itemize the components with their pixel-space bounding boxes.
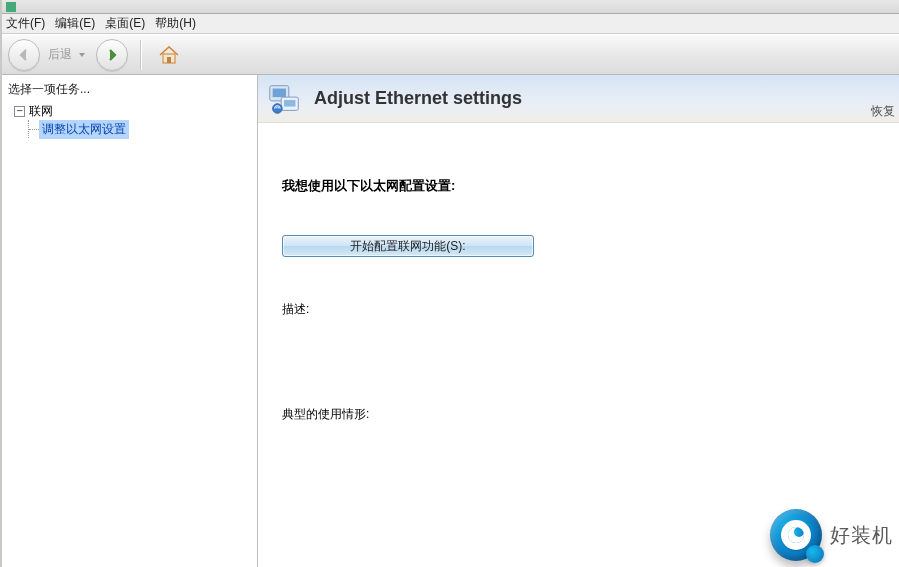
menubar: 文件(F) 编辑(E) 桌面(E) 帮助(H)	[0, 14, 899, 34]
sidebar: 选择一项任务... − 联网 调整以太网设置	[0, 75, 258, 567]
content: Adjust Ethernet settings 恢复 我想使用以下以太网配置设…	[258, 75, 899, 567]
start-config-button[interactable]: 开始配置联网功能(S):	[282, 235, 534, 257]
tree-root-label[interactable]: 联网	[29, 103, 53, 120]
home-button[interactable]	[153, 39, 185, 71]
menu-desktop[interactable]: 桌面(E)	[105, 15, 145, 32]
tree-root-row[interactable]: − 联网	[4, 102, 257, 120]
main-split: 选择一项任务... − 联网 调整以太网设置 Adjust Ethernet s	[0, 75, 899, 567]
svg-rect-3	[273, 88, 286, 97]
menu-file[interactable]: 文件(F)	[6, 15, 45, 32]
intro-label: 我想使用以下以太网配置设置:	[282, 177, 899, 195]
tree-child-row[interactable]: 调整以太网设置	[4, 120, 257, 138]
typical-usage-label: 典型的使用情形:	[282, 406, 899, 423]
page-title: Adjust Ethernet settings	[314, 88, 522, 109]
ethernet-icon	[266, 80, 304, 118]
tree: − 联网 调整以太网设置	[4, 100, 257, 138]
back-button[interactable]	[8, 39, 40, 71]
back-label: 后退	[48, 46, 72, 63]
restore-link[interactable]: 恢复	[871, 103, 895, 120]
titlebar	[0, 0, 899, 14]
description-label: 描述:	[282, 301, 899, 318]
task-label: 选择一项任务...	[4, 79, 257, 100]
svg-rect-5	[284, 99, 295, 106]
menu-help[interactable]: 帮助(H)	[155, 15, 196, 32]
toolbar: 后退	[0, 34, 899, 75]
separator	[140, 40, 141, 70]
content-header: Adjust Ethernet settings 恢复	[258, 75, 899, 123]
svg-rect-1	[167, 57, 171, 63]
tree-child-label[interactable]: 调整以太网设置	[39, 120, 129, 139]
arrow-right-icon	[104, 47, 120, 63]
content-body: 我想使用以下以太网配置设置: 开始配置联网功能(S): 描述: 典型的使用情形:	[258, 123, 899, 423]
expander-icon[interactable]: −	[14, 106, 25, 117]
forward-button[interactable]	[96, 39, 128, 71]
menu-edit[interactable]: 编辑(E)	[55, 15, 95, 32]
tree-line	[28, 120, 39, 138]
home-icon	[157, 43, 181, 67]
arrow-left-icon	[16, 47, 32, 63]
chevron-down-icon[interactable]	[78, 51, 86, 59]
app-icon	[6, 2, 16, 12]
